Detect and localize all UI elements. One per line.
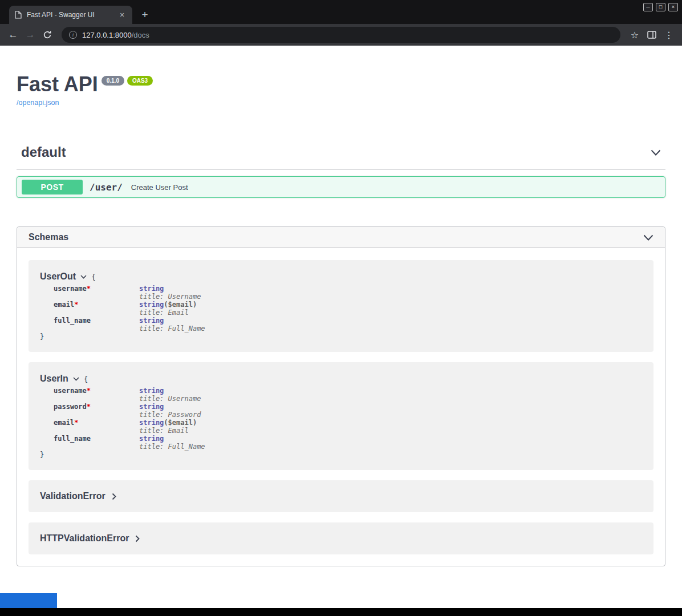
- property-type: string: [139, 403, 164, 411]
- openapi-spec-link[interactable]: /openapi.json: [17, 99, 59, 107]
- schema-property: username* string title: Username: [54, 387, 642, 403]
- chevron-down-icon[interactable]: [643, 234, 653, 241]
- collapse-chevron-icon[interactable]: [73, 377, 79, 381]
- browser-toolbar: ← → i 127.0.0.1:8000/docs ☆ ⋮: [0, 24, 682, 46]
- model-properties: username* string title: Username passwor…: [40, 387, 642, 459]
- expand-chevron-icon[interactable]: [112, 493, 116, 500]
- schemas-body: UserOut { username* string ti: [17, 248, 665, 566]
- required-star: *: [87, 285, 91, 293]
- property-title: title: Full_Name: [139, 443, 205, 451]
- property-name: full_name: [54, 317, 139, 333]
- status-bubble: [0, 593, 57, 608]
- forward-icon: →: [22, 26, 39, 43]
- model-head: UserOut {: [40, 271, 642, 282]
- close-button[interactable]: ×: [668, 3, 678, 11]
- schema-property: username* string title: Username: [54, 285, 642, 301]
- minimize-button[interactable]: ─: [643, 3, 653, 11]
- url-host: 127.0.0.1:8000: [82, 31, 132, 39]
- http-method-badge: POST: [22, 180, 83, 194]
- tab-title: Fast API - Swagger UI: [27, 11, 112, 19]
- window-titlebar: ─ □ × Fast API - Swagger UI × +: [0, 0, 682, 24]
- browser-menu-icon[interactable]: ⋮: [660, 26, 677, 43]
- window-bottom-edge: [0, 608, 682, 616]
- property-def: string title: Full_Name: [139, 317, 205, 333]
- model-title: HTTPValidationError: [40, 533, 129, 544]
- property-title: title: Email: [139, 427, 197, 435]
- address-bar[interactable]: i 127.0.0.1:8000/docs: [62, 27, 620, 43]
- version-badge: 0.1.0: [102, 76, 124, 86]
- property-type: string: [139, 301, 164, 309]
- browser-tab[interactable]: Fast API - Swagger UI ×: [9, 6, 132, 24]
- side-panel-glyph-icon: [647, 31, 656, 39]
- required-star: *: [87, 387, 91, 395]
- open-brace: {: [84, 375, 88, 383]
- tab-close-icon[interactable]: ×: [117, 10, 127, 19]
- model-properties: username* string title: Username email* …: [40, 285, 642, 341]
- property-name: email*: [54, 419, 139, 435]
- property-title: title: Username: [139, 293, 201, 301]
- schema-property: full_name string title: Full_Name: [54, 435, 642, 451]
- endpoint-summary: Create User Post: [131, 183, 188, 192]
- side-panel-icon[interactable]: [643, 26, 660, 43]
- schema-property: email* string($email) title: Email: [54, 419, 642, 435]
- property-format: ($email): [164, 419, 197, 427]
- property-def: string($email) title: Email: [139, 301, 197, 317]
- model-head: UserIn {: [40, 374, 642, 384]
- property-name: username*: [54, 285, 139, 301]
- oas3-badge: OAS3: [127, 76, 153, 86]
- property-type: string: [139, 387, 164, 395]
- property-def: string title: Username: [139, 387, 201, 403]
- schemas-header[interactable]: Schemas: [17, 227, 665, 248]
- model-title[interactable]: UserIn: [40, 374, 68, 384]
- reload-glyph-icon: [43, 30, 52, 39]
- url-text: 127.0.0.1:8000/docs: [82, 31, 149, 39]
- property-format: ($email): [164, 301, 197, 309]
- browser-window: ─ □ × Fast API - Swagger UI × + ← →: [0, 0, 682, 616]
- schemas-title: Schemas: [29, 232, 68, 242]
- close-brace: }: [40, 451, 642, 459]
- required-star: *: [74, 301, 78, 309]
- back-icon[interactable]: ←: [5, 26, 22, 43]
- property-type: string: [139, 317, 164, 325]
- property-name: full_name: [54, 435, 139, 451]
- property-name: email*: [54, 301, 139, 317]
- open-brace: {: [91, 273, 96, 281]
- property-def: string title: Full_Name: [139, 435, 205, 451]
- endpoint-path: /user/: [90, 182, 123, 193]
- maximize-button[interactable]: □: [656, 3, 665, 11]
- model-title: ValidationError: [40, 491, 105, 501]
- property-title: title: Username: [139, 395, 201, 403]
- bookmark-star-icon[interactable]: ☆: [626, 26, 643, 43]
- tag-section-header[interactable]: default: [17, 140, 665, 170]
- tab-strip: Fast API - Swagger UI × +: [9, 6, 153, 24]
- property-type: string: [139, 285, 164, 293]
- model-httpvalidationerror[interactable]: HTTPValidationError: [29, 522, 653, 554]
- window-controls: ─ □ ×: [643, 3, 678, 11]
- page-favicon-icon: [15, 11, 22, 19]
- schema-property: password* string title: Password: [54, 403, 642, 419]
- model-title[interactable]: UserOut: [40, 271, 76, 282]
- property-def: string title: Username: [139, 285, 201, 301]
- site-info-icon[interactable]: i: [69, 31, 77, 39]
- new-tab-button[interactable]: +: [137, 7, 153, 23]
- required-star: *: [87, 403, 91, 411]
- model-userin: UserIn { username* string tit: [29, 362, 653, 470]
- api-title: Fast API: [17, 74, 98, 95]
- page-content: Fast API 0.1.0 OAS3 /openapi.json defaul…: [0, 46, 682, 608]
- model-validationerror[interactable]: ValidationError: [29, 480, 653, 512]
- property-title: title: Password: [139, 411, 201, 419]
- api-header: Fast API 0.1.0 OAS3: [17, 74, 665, 95]
- expand-chevron-icon[interactable]: [135, 535, 140, 542]
- url-path: /docs: [132, 31, 149, 39]
- property-type: string: [139, 419, 164, 427]
- schemas-section: Schemas UserOut {: [17, 226, 665, 566]
- endpoint-post-user[interactable]: POST /user/ Create User Post: [17, 176, 665, 198]
- close-brace: }: [40, 333, 642, 341]
- property-def: string($email) title: Email: [139, 419, 197, 435]
- collapse-chevron-icon[interactable]: [80, 275, 87, 279]
- required-star: *: [74, 419, 78, 427]
- chevron-down-icon[interactable]: [651, 149, 661, 156]
- reload-icon[interactable]: [39, 26, 56, 43]
- property-type: string: [139, 435, 164, 443]
- property-name: username*: [54, 387, 139, 403]
